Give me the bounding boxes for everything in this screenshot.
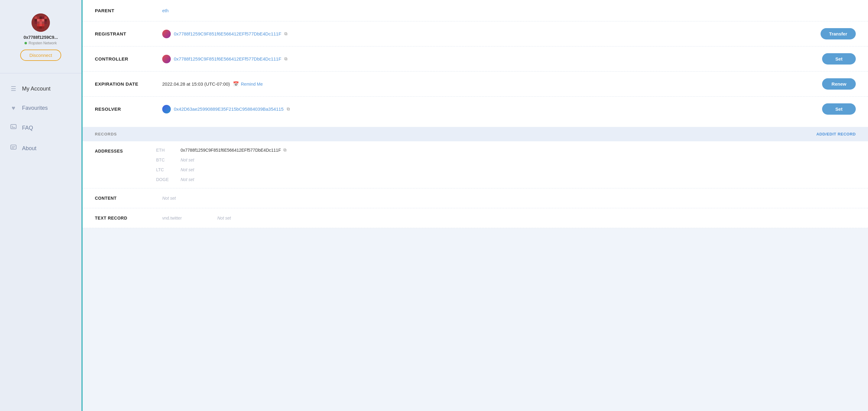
currency-eth: ETH <box>156 148 175 152</box>
account-address: 0x7788f1259C9... <box>24 35 58 40</box>
network-dot <box>25 42 27 44</box>
set-button-controller[interactable]: Set <box>822 53 856 65</box>
svg-rect-13 <box>39 22 42 24</box>
svg-rect-4 <box>42 16 44 19</box>
account-section: 0x7788f1259C9... Ropsten Network Disconn… <box>0 7 82 70</box>
record-item-ltc: LTC Not set <box>156 167 856 172</box>
controller-address[interactable]: 0x7788f1259C9F851f6E566412EFf577DbE4Dc11… <box>174 56 281 62</box>
content-value: Not set <box>162 196 176 201</box>
controller-actions: Set <box>822 53 856 65</box>
add-edit-record-button[interactable]: ADD/EDIT RECORD <box>816 132 856 136</box>
content-label: CONTENT <box>95 196 156 201</box>
svg-rect-27 <box>12 148 14 148</box>
svg-rect-11 <box>35 22 37 24</box>
calendar-icon: 📅 <box>233 81 239 87</box>
network-name: Ropsten Network <box>28 41 57 45</box>
text-record-key: vnd.twitter <box>162 215 211 220</box>
svg-rect-26 <box>12 146 15 147</box>
network-indicator: Ropsten Network <box>25 41 57 45</box>
addresses-row: ADDRESSES ETH 0x7788f1259C9F851f6E566412… <box>83 141 868 189</box>
controller-row: CONTROLLER 0x7788f1259C9F851f6E566412EFf… <box>83 46 868 72</box>
sidebar-label-faq: FAQ <box>22 125 33 131</box>
expiration-actions: Renew <box>822 78 856 90</box>
expiration-value: 2022.04.28 at 15:03 (UTC-07:00) 📅 Remind… <box>162 81 816 87</box>
addresses-data: ETH 0x7788f1259C9F851f6E566412EFf577DbE4… <box>156 147 856 182</box>
svg-rect-5 <box>44 16 47 19</box>
parent-value: eth <box>162 8 856 13</box>
transfer-button[interactable]: Transfer <box>820 28 856 39</box>
records-container: RECORDS ADD/EDIT RECORD ADDRESSES ETH 0x… <box>83 127 868 228</box>
svg-rect-3 <box>39 16 42 19</box>
sidebar: 0x7788f1259C9... Ropsten Network Disconn… <box>0 0 83 411</box>
registrant-value: 0x7788f1259C9F851f6E566412EFf577DbE4Dc11… <box>162 30 814 38</box>
chat-icon-faq <box>9 124 18 132</box>
chat-icon-about <box>9 144 18 152</box>
controller-copy-icon[interactable]: ⧉ <box>284 56 287 62</box>
svg-rect-16 <box>37 24 39 26</box>
svg-rect-15 <box>44 22 47 24</box>
record-item-btc: BTC Not set <box>156 158 856 162</box>
resolver-label: RESOLVER <box>95 106 156 112</box>
svg-rect-10 <box>44 19 47 22</box>
sidebar-item-favourites[interactable]: ♥ Favourites <box>0 99 82 117</box>
sidebar-label-about: About <box>22 145 36 152</box>
content-panel: PARENT eth REGISTRANT 0x7788f1259C9F851f… <box>83 0 868 228</box>
text-record-value: Not set <box>217 215 231 220</box>
expiration-label: EXPIRATION DATE <box>95 81 156 87</box>
content-row: CONTENT Not set <box>83 189 868 208</box>
records-title: RECORDS <box>95 132 117 136</box>
parent-label: PARENT <box>95 8 156 13</box>
currency-doge: DOGE <box>156 177 175 182</box>
resolver-avatar <box>162 105 171 113</box>
svg-rect-17 <box>39 24 42 26</box>
registrant-copy-icon[interactable]: ⧉ <box>284 31 287 36</box>
svg-rect-8 <box>39 19 42 22</box>
text-record-row: TEXT RECORD vnd.twitter Not set <box>83 208 868 228</box>
sidebar-item-my-account[interactable]: ☰ My Account <box>0 79 82 98</box>
eth-copy-icon[interactable]: ⧉ <box>283 147 286 152</box>
registrant-address[interactable]: 0x7788f1259C9F851f6E566412EFf577DbE4Dc11… <box>174 31 281 36</box>
eth-address-value: 0x7788f1259C9F851f6E566412EFf577DbE4Dc11… <box>181 147 286 152</box>
svg-rect-18 <box>42 24 44 26</box>
renew-button[interactable]: Renew <box>822 78 856 90</box>
svg-rect-9 <box>42 19 44 22</box>
addresses-label: ADDRESSES <box>95 147 156 153</box>
svg-rect-23 <box>12 126 13 127</box>
svg-rect-6 <box>35 19 37 22</box>
svg-rect-21 <box>42 26 44 29</box>
set-button-resolver[interactable]: Set <box>822 103 856 115</box>
svg-rect-24 <box>12 127 15 128</box>
controller-label: CONTROLLER <box>95 56 156 62</box>
account-info: 0x7788f1259C9... Ropsten Network <box>24 35 58 45</box>
record-item-eth: ETH 0x7788f1259C9F851f6E566412EFf577DbE4… <box>156 147 856 152</box>
remind-me-label: Remind Me <box>241 82 263 87</box>
sidebar-item-faq[interactable]: FAQ <box>0 118 82 138</box>
resolver-address[interactable]: 0x42D63ae25990889E35F215bC95884039Ba3541… <box>174 106 284 112</box>
records-header: RECORDS ADD/EDIT RECORD <box>83 127 868 141</box>
svg-rect-7 <box>37 19 39 22</box>
sidebar-divider <box>0 73 82 73</box>
resolver-value: 0x42D63ae25990889E35F215bC95884039Ba3541… <box>162 105 816 113</box>
disconnect-button[interactable]: Disconnect <box>20 49 61 61</box>
svg-rect-20 <box>39 26 42 29</box>
text-record-label: TEXT RECORD <box>95 215 156 220</box>
controller-avatar <box>162 55 171 63</box>
resolver-row: RESOLVER 0x42D63ae25990889E35F215bC95884… <box>83 97 868 124</box>
sidebar-label-my-account: My Account <box>22 85 51 92</box>
registrant-avatar <box>162 30 171 38</box>
remind-me-button[interactable]: 📅 Remind Me <box>233 81 263 87</box>
ltc-value: Not set <box>181 167 194 172</box>
sidebar-label-favourites: Favourites <box>22 105 48 111</box>
svg-rect-22 <box>11 125 16 129</box>
resolver-copy-icon[interactable]: ⧉ <box>287 106 290 112</box>
registrant-label: REGISTRANT <box>95 31 156 36</box>
heart-icon: ♥ <box>9 105 18 112</box>
svg-rect-12 <box>37 22 39 24</box>
avatar <box>32 13 50 32</box>
svg-rect-1 <box>35 16 37 19</box>
expiration-text: 2022.04.28 at 15:03 (UTC-07:00) <box>162 81 230 87</box>
sidebar-item-about[interactable]: About <box>0 139 82 158</box>
btc-value: Not set <box>181 158 194 162</box>
expiration-row: EXPIRATION DATE 2022.04.28 at 15:03 (UTC… <box>83 72 868 97</box>
menu-icon: ☰ <box>9 85 18 92</box>
